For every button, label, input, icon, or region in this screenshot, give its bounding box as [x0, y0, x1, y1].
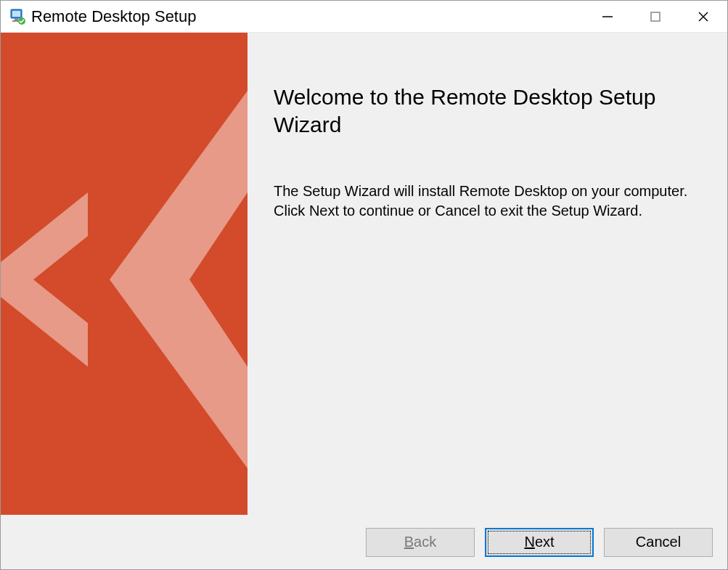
- installer-window: Remote Desktop Setup: [0, 0, 728, 570]
- content-area: Welcome to the Remote Desktop Setup Wiza…: [1, 33, 727, 515]
- svg-rect-1: [12, 11, 20, 17]
- window-title: Remote Desktop Setup: [31, 7, 196, 26]
- wizard-heading: Welcome to the Remote Desktop Setup Wiza…: [274, 84, 701, 138]
- back-label-rest: ack: [414, 534, 436, 550]
- next-label-rest: ext: [535, 534, 555, 550]
- main-panel: Welcome to the Remote Desktop Setup Wiza…: [248, 33, 727, 515]
- titlebar: Remote Desktop Setup: [1, 1, 727, 33]
- minimize-button[interactable]: [584, 1, 631, 33]
- close-button[interactable]: [679, 1, 727, 33]
- maximize-button[interactable]: [631, 1, 679, 33]
- next-button[interactable]: Next: [485, 528, 594, 557]
- svg-rect-6: [651, 12, 660, 21]
- back-button: Back: [366, 528, 475, 557]
- wizard-body-text: The Setup Wizard will install Remote Des…: [274, 182, 695, 221]
- cancel-label: Cancel: [636, 534, 681, 550]
- cancel-button[interactable]: Cancel: [604, 528, 713, 557]
- installer-icon: [8, 7, 27, 26]
- footer: Back Next Cancel: [1, 515, 727, 569]
- banner-graphic: [1, 33, 248, 515]
- svg-rect-2: [15, 18, 18, 20]
